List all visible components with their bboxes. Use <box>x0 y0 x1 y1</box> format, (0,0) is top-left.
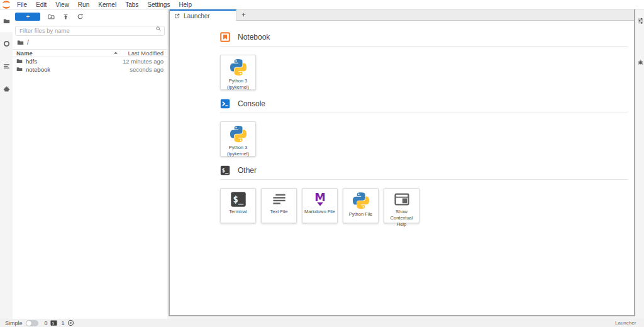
card-label: Markdown File <box>303 209 336 215</box>
svg-text:$: $ <box>52 321 54 325</box>
toggle-knob <box>26 321 31 326</box>
section-header: Notebook <box>220 32 628 47</box>
new-folder-button[interactable] <box>44 13 58 21</box>
sort-caret-up-icon <box>113 50 118 55</box>
section-header: Console <box>220 99 628 113</box>
filter-box <box>15 24 165 36</box>
terminal-icon: $_ <box>220 165 230 175</box>
file-name: hdfs <box>26 58 37 65</box>
sidebar-tab-debugger[interactable] <box>636 55 644 69</box>
launcher-card[interactable]: Python 3 (ipykernel) <box>220 55 256 90</box>
file-name: notebook <box>26 66 50 73</box>
file-listing: hdfs12 minutes agonotebookseconds ago <box>13 57 167 74</box>
folder-icon <box>17 39 24 46</box>
folder-icon <box>16 58 23 64</box>
menu-item-help[interactable]: Help <box>174 0 196 9</box>
file-browser-panel: / Name Last Modified hdfs12 minutes agon… <box>13 9 167 319</box>
table-row[interactable]: hdfs12 minutes ago <box>13 57 167 65</box>
python-logo-icon <box>229 58 248 77</box>
notebook-icon <box>220 32 230 42</box>
status-bar: Simple 0 $ 1 Launcher <box>0 319 644 327</box>
text-file-icon <box>271 191 287 208</box>
sliders-icon <box>637 17 644 24</box>
refresh-button[interactable] <box>73 13 87 21</box>
menu-item-settings[interactable]: Settings <box>143 0 174 9</box>
python-logo-icon <box>352 191 370 210</box>
launcher-section-other: $_Other$_TerminalText FileMMarkdown File… <box>220 165 628 223</box>
kernel-status-icon[interactable] <box>67 319 74 326</box>
list-icon <box>3 63 10 70</box>
menu-item-tabs[interactable]: Tabs <box>121 0 143 9</box>
file-modified: 12 minutes ago <box>123 58 164 65</box>
card-row: Python 3 (ipykernel) <box>220 55 628 90</box>
python-logo-icon <box>229 125 248 143</box>
sidebar-tab-table-of-contents[interactable] <box>0 55 13 77</box>
menu-item-file[interactable]: File <box>13 0 31 9</box>
terminal-icon: $_ <box>230 191 247 208</box>
card-label: Python 3 (ipykernel) <box>221 78 255 91</box>
launcher-card[interactable]: Python File <box>343 188 379 223</box>
table-row[interactable]: notebookseconds ago <box>13 65 167 74</box>
upload-button[interactable] <box>58 13 73 21</box>
menu-item-view[interactable]: View <box>51 0 74 9</box>
sidebar-tab-property-inspector[interactable] <box>636 13 644 27</box>
launcher-card[interactable]: Text File <box>261 188 297 223</box>
breadcrumb-path: / <box>27 39 29 46</box>
dock-panel: Launcher NotebookPython 3 (ipykernel)Con… <box>169 9 635 316</box>
launcher-card[interactable]: Python 3 (ipykernel) <box>220 121 256 157</box>
search-icon <box>155 26 162 32</box>
jupyter-logo-icon[interactable] <box>0 1 13 9</box>
sidebar-tab-running-terminals-and-kernels[interactable] <box>0 32 13 55</box>
menu-item-edit[interactable]: Edit <box>31 0 51 9</box>
folder-icon <box>3 18 10 25</box>
svg-text:M: M <box>314 191 325 204</box>
section-title: Console <box>238 99 265 108</box>
column-last-modified[interactable]: Last Modified <box>125 50 164 57</box>
filter-input[interactable] <box>15 26 165 36</box>
launcher-card[interactable]: $_Terminal <box>220 188 256 223</box>
launcher-card[interactable]: MMarkdown File <box>302 188 338 223</box>
menu-items: FileEditViewRunKernelTabsSettingsHelp <box>13 0 196 9</box>
section-header: $_Other <box>220 165 628 180</box>
sidebar-tab-file-browser[interactable] <box>0 9 13 32</box>
terminals-count[interactable]: 0 <box>45 320 48 326</box>
menu-item-run[interactable]: Run <box>74 0 94 9</box>
card-label: Terminal <box>228 209 248 215</box>
menu-bar: FileEditViewRunKernelTabsSettingsHelp <box>0 0 644 9</box>
tab-launcher[interactable]: Launcher <box>170 9 236 21</box>
plus-icon <box>241 12 247 18</box>
simple-mode-toggle[interactable] <box>26 320 38 326</box>
kernels-count[interactable]: 1 <box>62 320 65 326</box>
listing-header[interactable]: Name Last Modified <box>13 49 167 57</box>
card-label: Python File <box>348 211 374 218</box>
launcher-card[interactable]: Show Contextual Help <box>384 188 419 223</box>
new-launcher-button[interactable] <box>15 13 40 21</box>
launcher-section-notebook: NotebookPython 3 (ipykernel) <box>220 32 628 90</box>
plus-icon-white <box>25 14 31 19</box>
svg-text:$_: $_ <box>222 167 229 174</box>
card-label: Text File <box>269 209 289 215</box>
jupyterlab-app: FileEditViewRunKernelTabsSettingsHelp / … <box>0 0 644 327</box>
column-name[interactable]: Name <box>16 50 113 57</box>
sidebar-tab-extension-manager[interactable] <box>0 77 13 100</box>
new-folder-icon <box>48 13 55 20</box>
statusbar-right-text: Launcher <box>615 320 636 326</box>
simple-mode-label: Simple <box>5 320 23 326</box>
file-modified: seconds ago <box>130 66 164 73</box>
upload-icon <box>62 13 69 20</box>
terminal-status-icon[interactable]: $ <box>50 319 57 326</box>
add-tab-button[interactable] <box>236 9 250 20</box>
launcher-tab-icon <box>174 13 180 19</box>
left-sidebar <box>0 9 13 319</box>
folder-icon <box>16 66 23 72</box>
menu-item-kernel[interactable]: Kernel <box>94 0 121 9</box>
breadcrumb[interactable]: / <box>13 38 167 48</box>
stop-circle-icon <box>3 40 10 47</box>
card-row: $_TerminalText FileMMarkdown FilePython … <box>220 188 628 223</box>
puzzle-icon <box>3 86 10 92</box>
launcher-body: NotebookPython 3 (ipykernel)ConsolePytho… <box>170 21 634 223</box>
card-label: Python 3 (ipykernel) <box>221 145 255 157</box>
tab-label: Launcher <box>184 13 210 19</box>
console-icon <box>220 99 230 109</box>
launcher-panel: NotebookPython 3 (ipykernel)ConsolePytho… <box>170 21 634 315</box>
